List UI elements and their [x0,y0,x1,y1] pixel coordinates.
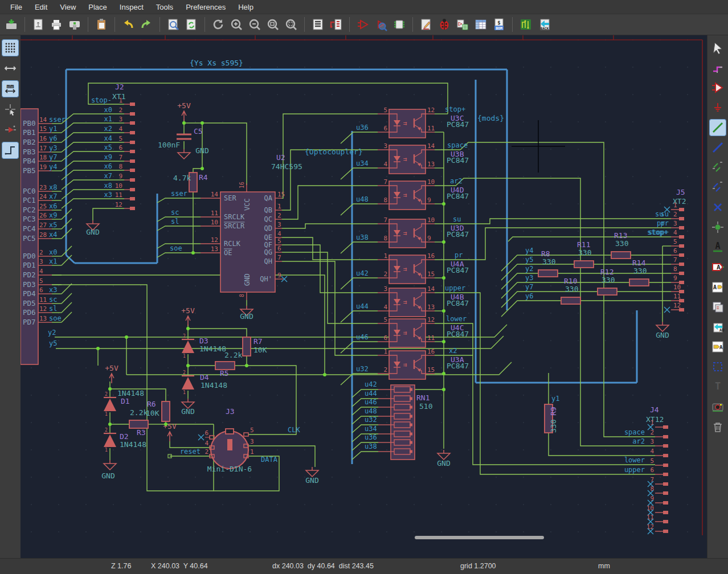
pin-number[interactable]: 8 [383,196,387,204]
horizontal-scrollbar[interactable] [415,536,544,539]
pin-number[interactable]: 2 [383,270,387,278]
ref-D2[interactable]: D2 [120,432,129,441]
pin-number[interactable]: 2 [205,448,208,456]
pin-number[interactable]: 3 [650,438,654,445]
val-D1[interactable]: 1N4148 [117,389,144,397]
hv-orientation-button[interactable] [2,142,18,158]
pin-number[interactable]: 1 [105,448,108,453]
net-label-sc[interactable]: sc [49,296,57,304]
res-R6[interactable] [162,401,170,421]
mcu-pin-name[interactable]: PD5 [23,299,36,308]
net-label-x5[interactable]: x5 [49,221,57,229]
junction-dot[interactable] [201,121,204,125]
res-R10[interactable] [561,297,580,304]
gnd-label[interactable]: GND [195,146,209,155]
place-bus-button[interactable] [710,140,726,155]
res-R5[interactable] [215,362,235,370]
net-label-ar2[interactable]: ar2 [450,177,463,185]
res-R12[interactable] [598,288,617,295]
pin-number[interactable]: 6 [39,286,43,294]
net-label-x2[interactable]: x2 [449,347,457,355]
rn1-resistor[interactable] [394,440,410,445]
net-label-soe[interactable]: soe [170,244,182,252]
rn1-resistor[interactable] [394,431,410,437]
pin-number[interactable]: 1 [118,97,122,104]
u2-pin-OE[interactable]: OE [224,249,232,257]
j2-pin-pad[interactable] [130,178,135,182]
J4-pin-pad[interactable] [663,454,668,457]
cursor-shape-button[interactable] [2,101,18,117]
symbol-editor-button[interactable] [355,17,371,32]
pin-number[interactable]: 1 [250,448,254,456]
u2-pin-QD[interactable]: QD [264,224,272,232]
net-label-lower[interactable]: lower [446,315,467,323]
select-tool-button[interactable] [710,40,726,56]
rn1-resistor[interactable] [394,422,410,428]
J5-pin-pad[interactable] [679,244,684,248]
print-button[interactable] [48,17,64,32]
opto-arrows[interactable]: ⇉ [403,329,407,337]
val-U4C[interactable]: PC847 [447,330,469,338]
grid-visibility-button[interactable] [2,40,18,56]
gnd-label[interactable]: GND [101,472,115,480]
pin-number[interactable]: 15 [277,191,285,198]
u2-pin-SRCLR[interactable]: SRCLR [224,222,245,230]
junction-button[interactable] [710,219,726,235]
place-power-port-button[interactable] [710,100,726,116]
net-label-y6[interactable]: y6 [49,134,57,142]
pin-number[interactable]: 17 [39,145,47,152]
pin-number[interactable]: 4 [673,229,677,236]
pin-number[interactable]: 11 [211,210,218,217]
pin-number[interactable]: 25 [39,203,47,210]
graphic-lines-button[interactable] [710,359,726,375]
net-label-ar2[interactable]: ar2 [632,437,645,445]
pin-number[interactable]: 13 [427,161,435,168]
bom-button[interactable]: $BOM [491,17,507,32]
net-label-soe[interactable]: soe [49,314,62,322]
junction-dot[interactable] [442,309,445,313]
units-inch-button[interactable] [2,60,18,76]
net-label-stop+[interactable]: stop+ [647,228,668,236]
power-5v-label[interactable]: +5V [177,101,191,110]
pin-number[interactable]: 2 [383,366,387,374]
mcu-pin-name[interactable]: PC4 [23,224,36,233]
pin-number[interactable]: 3 [277,221,281,228]
net-label-u44[interactable]: u44 [365,390,377,397]
J5-pin-pad[interactable] [679,208,684,211]
val-R5[interactable]: 2.2k [224,351,242,359]
sheet-text[interactable]: {mods} [477,114,504,122]
net-label-x3[interactable]: x3 [49,286,57,294]
pin-number[interactable]: 11 [115,191,122,199]
pin-number[interactable]: 7 [118,154,122,161]
J4-pin-pad[interactable] [663,491,668,495]
page-settings-button[interactable] [30,17,46,32]
pin-number[interactable]: 5 [277,237,281,245]
place-image-button[interactable] [710,399,726,415]
pin-number[interactable]: 10 [211,219,218,226]
pin-number[interactable]: 23 [39,184,47,191]
rn1-resistor[interactable] [394,413,410,419]
pin-number[interactable]: 2 [39,249,43,256]
mcu-pin-name[interactable]: PD0 [23,252,36,260]
j2-pin-pad[interactable] [130,159,135,163]
net-label-sser[interactable]: sser [171,190,187,198]
ref-J3[interactable]: J3 [226,407,235,416]
val-R12[interactable]: 330 [602,276,615,284]
val-74HC595[interactable]: 74HC595 [271,162,302,171]
net-label-y5[interactable]: y5 [49,339,57,347]
pin-number[interactable]: 6 [673,247,677,255]
mcu-pin-name[interactable]: PB2 [23,138,36,146]
sheet-pin-button[interactable]: A [710,339,726,355]
ref-R3[interactable]: R3 [137,428,146,437]
junction-dot[interactable] [442,388,445,391]
ref-R10[interactable]: R10 [564,277,577,285]
pin-number[interactable]: 19 [39,163,47,171]
pin-number[interactable]: 28 [39,231,47,239]
net-label-x9[interactable]: x9 [49,211,57,219]
u2-pin-QH[interactable]: QH [264,257,272,265]
val-R8[interactable]: 330 [542,257,555,266]
net-label-u36[interactable]: u36 [365,433,377,441]
pin-number[interactable]: 4 [383,304,387,311]
junction-dot[interactable] [164,423,167,426]
net-label-y4[interactable]: y4 [49,163,57,171]
